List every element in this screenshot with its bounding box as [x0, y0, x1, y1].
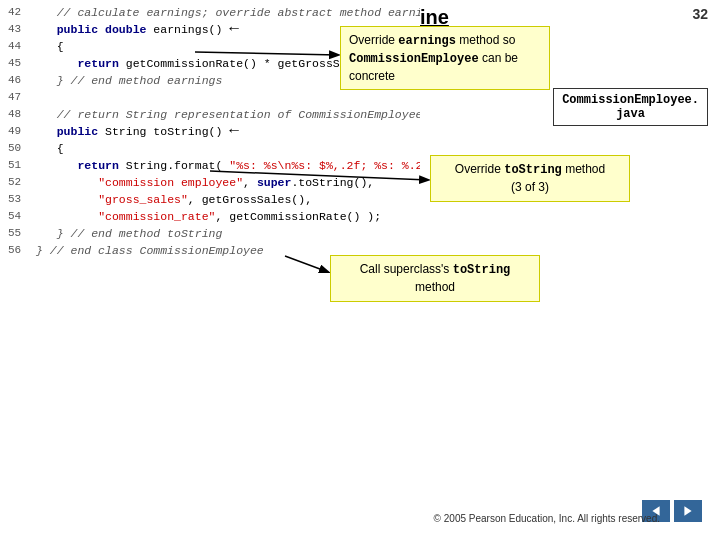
copyright: © 2005 Pearson Education, Inc. All right… — [434, 512, 660, 526]
line-num-42: 42 — [8, 4, 36, 21]
code-line-52: 52 "commission employee", super.toString… — [8, 174, 412, 191]
next-button[interactable] — [674, 500, 702, 522]
svg-marker-4 — [684, 506, 691, 516]
next-icon — [682, 505, 694, 517]
filename-box: CommissionEmployee.java — [553, 88, 708, 126]
code-line-54: 54 "commission_rate", getCommissionRate(… — [8, 208, 412, 225]
code-line-51: 51 return String.format( "%s: %s\n%s: $%… — [8, 157, 412, 174]
code-line-50: 50 { — [8, 140, 412, 157]
code-line-42: 42 // calculate earnings; override abstr… — [8, 4, 412, 21]
callout-tostring: Override toString method (3 of 3) — [430, 155, 630, 202]
code-line-49: 49 public String toString() ← — [8, 123, 412, 140]
code-line-47: 47 — [8, 89, 412, 106]
slide-number: 32 — [692, 6, 708, 22]
callout-superclass-tostring: Call superclass's toString method — [330, 255, 540, 302]
code-line-55: 55 } // end method toString — [8, 225, 412, 242]
callout-earnings: Override earnings method so CommissionEm… — [340, 26, 550, 90]
code-line-53: 53 "gross_sales", getGrossSales(), — [8, 191, 412, 208]
code-line-48: 48 // return String representation of Co… — [8, 106, 412, 123]
